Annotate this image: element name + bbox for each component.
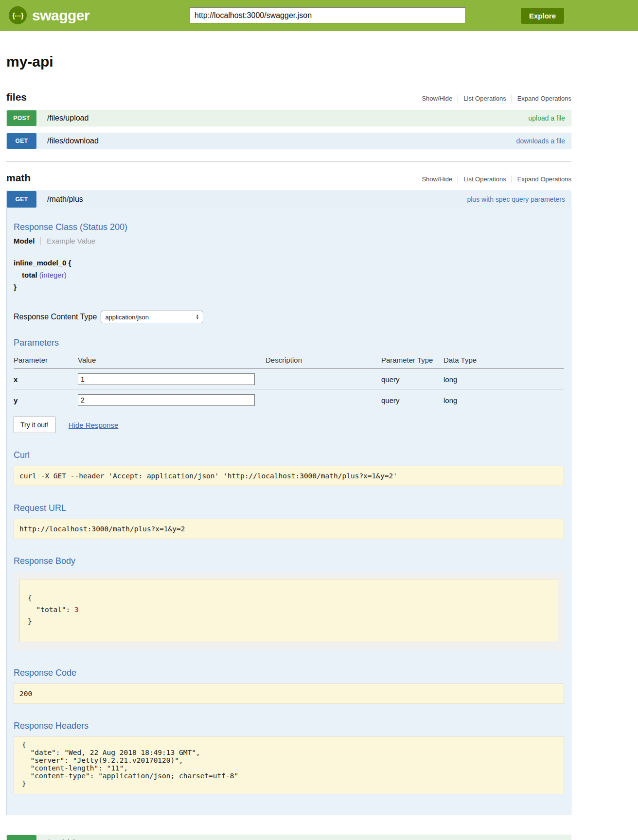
property-type: (integer) [39,271,67,279]
response-headers-block: { "date": "Wed, 22 Aug 2018 18:49:13 GMT… [14,736,564,794]
files-section-title: files [6,91,27,103]
request-url-block: http://localhost:3000/math/plus?x=1&y=2 [14,519,564,539]
get-method-badge: GET [7,133,36,149]
operation-path[interactable]: /math/plus [47,195,83,204]
tab-model[interactable]: Model [14,237,40,245]
param-name: x [14,369,78,390]
math-section-header: math Show/Hide List Operations Expand Op… [6,172,571,184]
param-x-value-input[interactable] [78,373,255,385]
model-name: inline_model_0 { [14,257,564,269]
operation-path[interactable]: /files/download [47,137,99,145]
json-close-brace: } [28,615,550,627]
param-data-type: long [443,390,564,411]
property-name: total [22,271,37,279]
main-content: my-api files Show/Hide List Operations E… [6,53,571,840]
model-signature: inline_model_0 { total (integer) } [14,257,564,293]
expand-operations-link[interactable]: Expand Operations [512,95,571,102]
brand-name: swagger [32,7,89,24]
get-method-badge: GET [7,191,36,208]
list-operations-link[interactable]: List Operations [458,95,511,102]
model-tabs: Model Example Value [14,237,564,245]
param-description [266,369,381,390]
top-bar: {⋯} swagger Explore [0,0,638,31]
tab-example-value[interactable]: Example Value [40,237,95,245]
response-content-type-select[interactable]: application/json ▲▼ [101,311,203,323]
response-code-heading: Response Code [14,668,564,678]
table-row-param-y: y query long [14,390,564,411]
operation-get-files-download[interactable]: GET /files/download downloads a file [6,133,571,149]
files-section-header: files Show/Hide List Operations Expand O… [6,91,571,103]
col-parameter: Parameter [14,353,78,369]
response-code-block: 200 [14,683,564,704]
operation-post-files-upload[interactable]: POST /files/upload upload a file [6,110,571,126]
hide-response-link[interactable]: Hide Response [69,421,119,429]
model-property: total (integer) [22,269,564,281]
response-headers-heading: Response Headers [14,721,564,731]
param-name: y [14,390,78,411]
operation-detail: Response Class (Status 200) Model Exampl… [7,208,571,815]
api-title: my-api [6,53,571,70]
json-open-brace: { [28,592,550,604]
parameters-header-row: Parameter Value Description Parameter Ty… [14,353,564,369]
select-arrows-icon: ▲▼ [195,314,199,320]
param-data-type: long [443,369,564,390]
show-hide-link[interactable]: Show/Hide [416,175,458,183]
request-url-heading: Request URL [14,503,564,513]
param-type: query [381,369,443,390]
json-key: "total": [28,606,74,613]
operation-path[interactable]: /files/upload [47,114,89,122]
response-body-heading: Response Body [14,556,564,566]
operation-post-math-plus[interactable]: POST /math/plus plus with spec body para… [6,835,571,840]
col-value: Value [78,353,266,369]
operation-summary[interactable]: upload a file [528,114,565,122]
swagger-logo: {⋯} swagger [9,6,89,24]
operation-summary[interactable]: downloads a file [516,137,565,145]
response-content-type-label: Response Content Type [14,313,97,321]
response-body-block: { "total": 3} [19,579,558,642]
selected-content-type: application/json [105,314,149,321]
response-content-type-row: Response Content Type application/json ▲… [14,311,564,323]
col-data-type: Data Type [443,353,564,369]
operation-summary[interactable]: plus with spec query parameters [467,195,565,203]
param-description [266,390,381,411]
show-hide-link[interactable]: Show/Hide [416,95,458,102]
operation-get-math-plus-panel: GET /math/plus plus with spec query para… [6,191,571,815]
list-operations-link[interactable]: List Operations [458,175,511,183]
explore-button[interactable]: Explore [521,8,564,24]
swagger-braces-icon: {⋯} [9,6,27,24]
json-total-line: "total": 3 [28,604,550,615]
expand-operations-link[interactable]: Expand Operations [512,175,571,183]
files-section-controls: Show/Hide List Operations Expand Operati… [416,95,571,102]
try-actions: Try it out! Hide Response [14,417,564,433]
operation-get-math-plus[interactable]: GET /math/plus plus with spec query para… [7,191,571,208]
section-divider [6,161,571,162]
math-section-controls: Show/Hide List Operations Expand Operati… [416,175,571,183]
spec-url-input[interactable] [190,7,466,23]
post-method-badge: POST [7,110,36,126]
table-row-param-x: x query long [14,369,564,390]
col-parameter-type: Parameter Type [381,353,443,369]
param-type: query [381,390,443,411]
parameters-heading: Parameters [14,338,564,348]
response-class-heading: Response Class (Status 200) [14,222,564,232]
post-method-badge: POST [7,835,36,840]
try-it-out-button[interactable]: Try it out! [14,417,55,433]
param-y-value-input[interactable] [78,394,255,406]
response-body-wrapper: { "total": 3} [14,572,564,651]
col-description: Description [266,353,381,369]
curl-heading: Curl [14,450,564,460]
math-section-title: math [6,172,31,184]
parameters-table: Parameter Value Description Parameter Ty… [14,353,564,410]
curl-command-block: curl -X GET --header 'Accept: applicatio… [14,466,564,486]
model-close-brace: } [14,281,564,293]
json-value: 3 [74,606,79,613]
